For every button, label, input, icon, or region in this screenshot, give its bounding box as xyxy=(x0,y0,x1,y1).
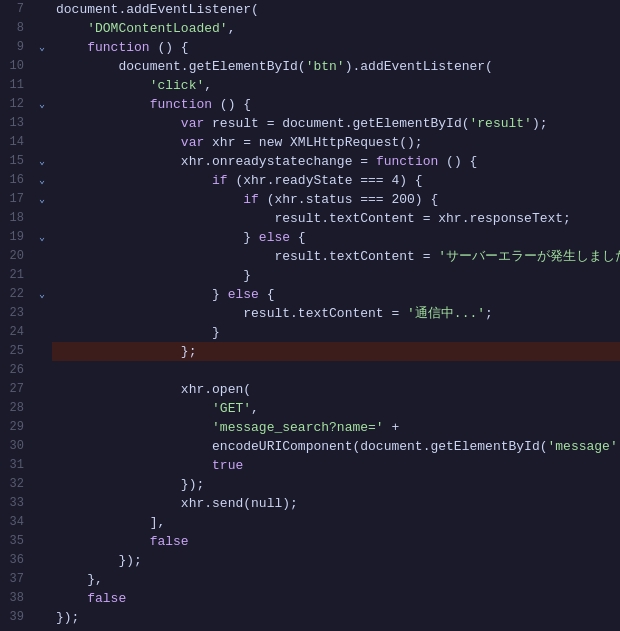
fold-indicator xyxy=(32,323,52,342)
line-number: 22 xyxy=(8,285,24,304)
code-line xyxy=(52,361,620,380)
fold-indicator[interactable]: ⌄ xyxy=(32,228,52,247)
code-line: encodeURIComponent(document.getElementBy… xyxy=(52,437,620,456)
code-line: true xyxy=(52,456,620,475)
fold-indicator xyxy=(32,380,52,399)
code-line: document.getElementById('btn').addEventL… xyxy=(52,57,620,76)
line-number: 9 xyxy=(8,38,24,57)
fold-indicator xyxy=(32,475,52,494)
line-number: 34 xyxy=(8,513,24,532)
fold-indicator xyxy=(32,494,52,513)
fold-indicator[interactable]: ⌄ xyxy=(32,171,52,190)
line-number: 8 xyxy=(8,19,24,38)
line-number: 26 xyxy=(8,361,24,380)
code-line: 'click', xyxy=(52,76,620,95)
line-number: 32 xyxy=(8,475,24,494)
line-number: 35 xyxy=(8,532,24,551)
line-number: 38 xyxy=(8,589,24,608)
line-number: 13 xyxy=(8,114,24,133)
fold-indicator xyxy=(32,247,52,266)
line-number: 16 xyxy=(8,171,24,190)
fold-indicator[interactable]: ⌄ xyxy=(32,38,52,57)
fold-indicator xyxy=(32,76,52,95)
line-number: 19 xyxy=(8,228,24,247)
code-line: xhr.open( xyxy=(52,380,620,399)
line-number: 36 xyxy=(8,551,24,570)
code-line: var xhr = new XMLHttpRequest(); xyxy=(52,133,620,152)
code-line: result.textContent = '通信中...'; xyxy=(52,304,620,323)
code-line: var result = document.getElementById('re… xyxy=(52,114,620,133)
fold-indicator xyxy=(32,418,52,437)
line-numbers: 7891011121314151617181920212223242526272… xyxy=(0,0,32,631)
line-number: 39 xyxy=(8,608,24,627)
code-line: }; xyxy=(52,342,620,361)
fold-indicator[interactable]: ⌄ xyxy=(32,285,52,304)
fold-indicator xyxy=(32,0,52,19)
code-line: false xyxy=(52,589,620,608)
fold-indicator xyxy=(32,551,52,570)
fold-indicator[interactable]: ⌄ xyxy=(32,190,52,209)
line-number: 15 xyxy=(8,152,24,171)
code-line: }); xyxy=(52,608,620,627)
fold-area: ⌄⌄⌄⌄⌄⌄⌄ xyxy=(32,0,52,631)
line-number: 25 xyxy=(8,342,24,361)
line-number: 30 xyxy=(8,437,24,456)
fold-indicator xyxy=(32,361,52,380)
code-line: }, xyxy=(52,570,620,589)
code-line: 'DOMContentLoaded', xyxy=(52,19,620,38)
code-line: xhr.send(null); xyxy=(52,494,620,513)
code-line: document.addEventListener( xyxy=(52,0,620,19)
code-line: ], xyxy=(52,513,620,532)
code-line: function () { xyxy=(52,38,620,57)
code-line: xhr.onreadystatechange = function () { xyxy=(52,152,620,171)
line-number: 14 xyxy=(8,133,24,152)
fold-indicator xyxy=(32,399,52,418)
code-line: 'GET', xyxy=(52,399,620,418)
fold-indicator xyxy=(32,304,52,323)
fold-indicator xyxy=(32,19,52,38)
fold-indicator xyxy=(32,437,52,456)
line-number: 18 xyxy=(8,209,24,228)
fold-indicator[interactable]: ⌄ xyxy=(32,152,52,171)
fold-indicator xyxy=(32,266,52,285)
code-editor: 7891011121314151617181920212223242526272… xyxy=(0,0,620,631)
fold-indicator xyxy=(32,57,52,76)
fold-indicator xyxy=(32,608,52,627)
fold-indicator xyxy=(32,209,52,228)
code-line: }); xyxy=(52,475,620,494)
code-line: } else { xyxy=(52,285,620,304)
code-line: function () { xyxy=(52,95,620,114)
line-number: 28 xyxy=(8,399,24,418)
code-line: 'message_search?name=' + xyxy=(52,418,620,437)
fold-indicator xyxy=(32,589,52,608)
line-number: 12 xyxy=(8,95,24,114)
code-line: result.textContent = xhr.responseText; xyxy=(52,209,620,228)
line-number: 31 xyxy=(8,456,24,475)
code-line: if (xhr.status === 200) { xyxy=(52,190,620,209)
line-number: 17 xyxy=(8,190,24,209)
code-line: } xyxy=(52,266,620,285)
line-number: 10 xyxy=(8,57,24,76)
fold-indicator xyxy=(32,570,52,589)
line-number: 20 xyxy=(8,247,24,266)
fold-indicator xyxy=(32,342,52,361)
line-number: 37 xyxy=(8,570,24,589)
line-number: 24 xyxy=(8,323,24,342)
code-line: if (xhr.readyState === 4) { xyxy=(52,171,620,190)
code-line: result.textContent = 'サーバーエラーが発生しました。'; xyxy=(52,247,620,266)
code-line: } else { xyxy=(52,228,620,247)
fold-indicator xyxy=(32,133,52,152)
line-number: 21 xyxy=(8,266,24,285)
fold-indicator xyxy=(32,513,52,532)
code-line: }); xyxy=(52,551,620,570)
code-lines: document.addEventListener( 'DOMContentLo… xyxy=(52,0,620,631)
line-number: 7 xyxy=(8,0,24,19)
code-line: } xyxy=(52,323,620,342)
line-number: 29 xyxy=(8,418,24,437)
line-number: 23 xyxy=(8,304,24,323)
line-number: 11 xyxy=(8,76,24,95)
line-number: 33 xyxy=(8,494,24,513)
line-number: 27 xyxy=(8,380,24,399)
code-line: false xyxy=(52,532,620,551)
fold-indicator[interactable]: ⌄ xyxy=(32,95,52,114)
